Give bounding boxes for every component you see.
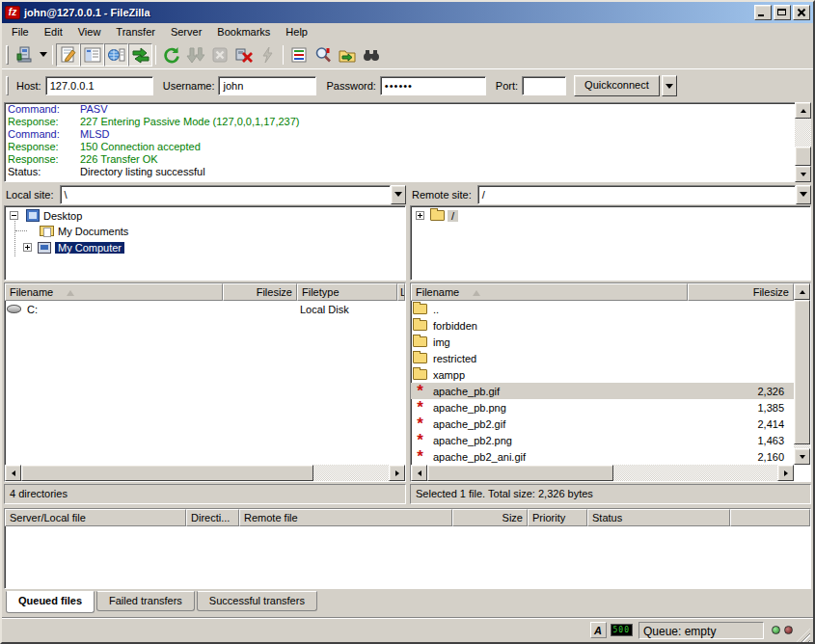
scroll-up-icon[interactable] — [794, 283, 810, 300]
scroll-down-icon[interactable] — [794, 448, 810, 465]
tab-failed-transfers[interactable]: Failed transfers — [96, 591, 195, 611]
column-priority[interactable]: Priority — [528, 509, 587, 526]
remote-site-combo[interactable]: / — [477, 185, 796, 204]
expand-icon[interactable] — [416, 211, 424, 220]
minimize-button[interactable] — [754, 5, 772, 20]
menu-server[interactable]: Server — [163, 24, 209, 40]
column-direction[interactable]: Directi... — [186, 509, 239, 526]
site-manager-dropdown-icon[interactable] — [37, 44, 49, 66]
transfer-type-indicator-icon[interactable]: A — [590, 622, 607, 638]
column-filename[interactable]: Filename — [411, 283, 688, 301]
menu-edit[interactable]: Edit — [37, 24, 70, 40]
folder-icon — [413, 320, 427, 331]
log-scrollbar[interactable] — [795, 102, 811, 182]
quickconnect-grip[interactable] — [6, 76, 9, 95]
file-row[interactable]: img — [411, 334, 794, 350]
local-tree[interactable]: Desktop My Documents My Computer — [4, 205, 406, 281]
toolbar-separator — [283, 45, 284, 65]
close-button[interactable] — [793, 5, 810, 20]
port-input[interactable] — [522, 76, 566, 95]
tree-item-root[interactable]: / — [411, 206, 810, 223]
menu-file[interactable]: File — [4, 24, 37, 40]
file-row[interactable]: apache_pb.png1,385 — [411, 399, 794, 416]
remote-file-list[interactable]: Filename Filesize .. forbidden img restr… — [410, 282, 811, 482]
abort-icon[interactable] — [207, 43, 231, 67]
column-filesize[interactable]: Filesize — [688, 283, 794, 301]
file-row[interactable]: apache_pb2_ani.gif2,160 — [411, 448, 794, 465]
status-bar: A 500 Queue: empty — [2, 617, 813, 642]
reconnect-icon[interactable] — [256, 43, 280, 67]
local-site-combo[interactable]: \ — [60, 185, 391, 204]
file-row[interactable]: restricted — [411, 350, 794, 366]
app-icon: fz — [5, 6, 20, 19]
file-row-local-c[interactable]: C: Local Disk — [5, 301, 405, 317]
file-row[interactable]: forbidden — [411, 317, 794, 334]
remote-hscrollbar[interactable] — [411, 465, 794, 481]
message-log[interactable]: Command:PASV Response:227 Entering Passi… — [4, 102, 811, 182]
column-filesize[interactable]: Filesize — [223, 283, 297, 301]
column-size[interactable]: Size — [452, 509, 528, 526]
remote-vscrollbar[interactable] — [794, 283, 810, 465]
scroll-thumb[interactable] — [794, 300, 810, 444]
disconnect-icon[interactable] — [231, 43, 256, 67]
file-row-selected[interactable]: apache_pb.gif2,326 — [411, 383, 794, 399]
host-input[interactable]: 127.0.0.1 — [45, 76, 153, 95]
process-queue-icon[interactable] — [183, 43, 207, 67]
my-documents-icon — [40, 226, 54, 236]
tab-successful-transfers[interactable]: Successful transfers — [197, 591, 317, 611]
remote-site-dropdown-icon[interactable] — [796, 185, 811, 204]
transfer-queue[interactable]: Server/Local file Directi... Remote file… — [4, 508, 811, 589]
file-row[interactable]: apache_pb2.gif2,414 — [411, 416, 794, 432]
menu-transfer[interactable]: Transfer — [108, 24, 163, 40]
tree-item-my-documents[interactable]: My Documents — [5, 223, 405, 239]
column-last-modified[interactable]: L — [397, 283, 405, 301]
toggle-remote-tree-icon[interactable] — [104, 43, 128, 67]
local-file-list[interactable]: Filename Filesize Filetype L C: Local Di… — [4, 282, 406, 482]
title-bar[interactable]: fz john@127.0.0.1 - FileZilla — [2, 2, 813, 23]
column-server-local-file[interactable]: Server/Local file — [5, 509, 186, 526]
file-row[interactable]: xampp — [411, 366, 794, 383]
toggle-local-tree-icon[interactable] — [80, 43, 104, 67]
tree-item-my-computer[interactable]: My Computer — [5, 239, 405, 255]
column-filetype[interactable]: Filetype — [297, 283, 397, 301]
refresh-icon[interactable] — [159, 43, 183, 67]
file-row[interactable]: .. — [411, 301, 794, 317]
file-row[interactable]: apache_pb2.png1,463 — [411, 432, 794, 448]
scroll-thumb[interactable] — [795, 147, 811, 166]
toolbar-grip[interactable] — [6, 45, 9, 65]
scroll-left-icon[interactable] — [5, 465, 21, 481]
scroll-thumb[interactable] — [427, 465, 613, 481]
resize-grip[interactable] — [797, 629, 810, 642]
toggle-message-log-icon[interactable] — [56, 43, 80, 67]
menu-view[interactable]: View — [70, 24, 109, 40]
scroll-right-icon[interactable] — [777, 465, 794, 481]
tab-queued-files[interactable]: Queued files — [6, 591, 95, 613]
local-site-dropdown-icon[interactable] — [391, 185, 406, 204]
remote-tree[interactable]: / — [410, 205, 811, 281]
toggle-transfer-queue-icon[interactable] — [128, 43, 152, 67]
expand-icon[interactable] — [23, 243, 32, 252]
quickconnect-button[interactable]: Quickconnect — [574, 75, 660, 96]
tree-item-desktop[interactable]: Desktop — [5, 206, 405, 223]
username-input[interactable]: john — [218, 76, 316, 95]
file-search-icon[interactable] — [311, 43, 335, 67]
password-input[interactable]: •••••• — [380, 76, 486, 95]
maximize-button[interactable] — [774, 5, 791, 20]
site-manager-icon[interactable] — [13, 43, 37, 67]
scroll-down-icon[interactable] — [795, 166, 811, 182]
quickconnect-dropdown-icon[interactable] — [662, 75, 677, 96]
scroll-left-icon[interactable] — [411, 465, 427, 481]
column-filename[interactable]: Filename — [5, 283, 223, 301]
column-status[interactable]: Status — [587, 509, 730, 526]
menu-bookmarks[interactable]: Bookmarks — [209, 24, 278, 40]
scroll-right-icon[interactable] — [389, 465, 405, 481]
directory-listing-filters-icon[interactable] — [286, 43, 311, 67]
scroll-up-icon[interactable] — [795, 102, 811, 119]
find-files-binoculars-icon[interactable] — [359, 43, 383, 67]
scroll-thumb[interactable] — [21, 465, 313, 481]
local-hscrollbar[interactable] — [5, 465, 405, 481]
directory-comparison-icon[interactable] — [335, 43, 359, 67]
menu-help[interactable]: Help — [278, 24, 315, 40]
collapse-icon[interactable] — [10, 211, 18, 220]
column-remote-file[interactable]: Remote file — [239, 509, 452, 526]
